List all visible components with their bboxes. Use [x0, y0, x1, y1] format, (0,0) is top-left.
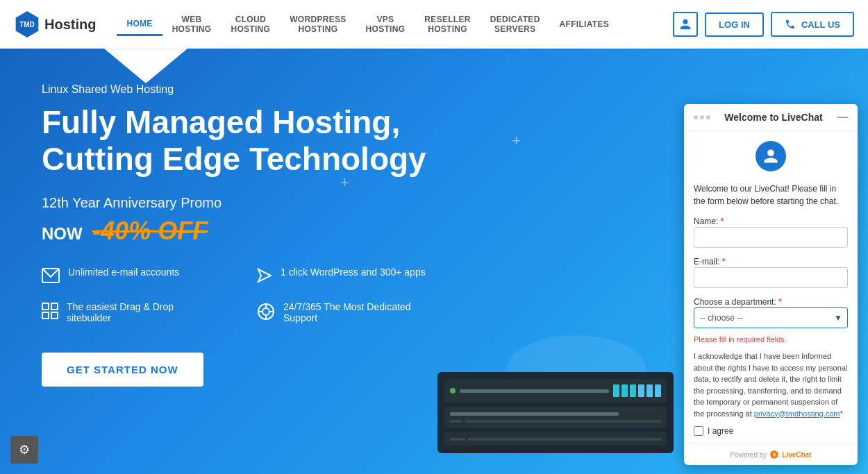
- nav-right: LOG IN CALL US: [673, 12, 854, 37]
- nav-affiliates[interactable]: AFFILIATES: [550, 14, 619, 35]
- livechat-header: Welcome to LiveChat —: [684, 104, 858, 131]
- department-label: Choose a department: *: [694, 297, 782, 307]
- arrow-icon: [257, 268, 272, 287]
- department-field-group: Choose a department: * -- choose -- Sale…: [694, 295, 848, 328]
- gear-button[interactable]: ⚙: [10, 436, 38, 464]
- feature-email: Unlimited e-mail accounts: [42, 266, 215, 287]
- svg-rect-4: [42, 312, 49, 319]
- svg-point-7: [262, 308, 269, 315]
- livechat-title: Welcome to LiveChat: [724, 112, 822, 123]
- email-required: *: [722, 257, 726, 266]
- nav-dedicated-servers[interactable]: DEDICATEDSERVERS: [481, 9, 550, 40]
- nav-wordpress-hosting[interactable]: WORDPRESSHOSTING: [280, 9, 356, 40]
- name-label: Name: *: [694, 217, 724, 226]
- grid-icon: [42, 303, 58, 323]
- livechat-footer: Powered by LiveChat: [684, 443, 858, 465]
- feature-wordpress: 1 click WordPress and 300+ apps: [257, 266, 431, 287]
- svg-rect-5: [51, 312, 58, 319]
- user-icon[interactable]: [673, 12, 698, 37]
- nav-home[interactable]: HOME: [117, 13, 162, 36]
- logo[interactable]: TMD Hosting: [14, 11, 96, 37]
- livechat-widget: Welcome to LiveChat — Welcome to our Liv…: [684, 104, 858, 465]
- call-button[interactable]: CALL US: [771, 12, 854, 37]
- features-grid: Unlimited e-mail accounts 1 click WordPr…: [42, 266, 431, 325]
- livechat-welcome-text: Welcome to our LiveChat! Please fill in …: [694, 183, 848, 208]
- email-field-group: E-mail: *: [694, 255, 848, 288]
- email-label: E-mail: *: [694, 257, 725, 266]
- agree-checkbox[interactable]: [694, 426, 703, 436]
- now-label: NOW: [42, 224, 83, 243]
- agree-row: I agree: [694, 426, 848, 436]
- navbar: TMD Hosting HOME WEBHOSTING CLOUDHOSTING…: [0, 0, 868, 49]
- name-input[interactable]: [694, 227, 848, 248]
- support-icon: [257, 303, 275, 325]
- dot-2: [700, 115, 704, 119]
- email-input[interactable]: [694, 267, 848, 288]
- email-icon: [42, 268, 60, 287]
- nav-cloud-hosting[interactable]: CLOUDHOSTING: [221, 9, 280, 40]
- hero-title: Fully Managed Hosting, Cutting Edge Tech…: [42, 104, 458, 178]
- plus-decoration-1: +: [340, 173, 349, 192]
- livechat-logo-icon: [769, 450, 779, 459]
- error-message: Please fill in required fields.: [694, 335, 848, 344]
- nav-links: HOME WEBHOSTING CLOUDHOSTING WORDPRESSHO…: [117, 9, 673, 40]
- livechat-minimize-button[interactable]: —: [837, 111, 848, 124]
- consent-email-link[interactable]: privacy@tmdhosting.com: [754, 409, 840, 418]
- department-select-wrap: -- choose -- Sales Support Billing ▼: [694, 307, 848, 328]
- login-button[interactable]: LOG IN: [705, 12, 764, 37]
- dot-3: [706, 115, 710, 119]
- consent-text: I acknowledge that I have been informed …: [694, 350, 848, 419]
- powered-by-label: Powered by: [730, 451, 767, 459]
- name-field-group: Name: *: [694, 214, 848, 248]
- name-required: *: [721, 217, 724, 226]
- discount-text: -40% OFF: [92, 217, 208, 245]
- hero-subtitle: Linux Shared Web Hosting: [42, 83, 826, 96]
- department-required: *: [778, 297, 782, 307]
- logo-text: Hosting: [44, 17, 96, 33]
- dot-1: [694, 115, 698, 119]
- triangle-decoration: [104, 49, 187, 83]
- get-started-button[interactable]: GET STARTED NOW: [42, 353, 203, 387]
- nav-web-hosting[interactable]: WEBHOSTING: [162, 9, 222, 40]
- livechat-avatar: [756, 141, 786, 171]
- server-illustration: [437, 372, 674, 453]
- livechat-avatar-area: [694, 141, 848, 176]
- plus-decoration-2: +: [512, 132, 521, 150]
- gear-icon: ⚙: [19, 442, 30, 457]
- svg-marker-1: [258, 269, 271, 282]
- nav-reseller-hosting[interactable]: RESELLERHOSTING: [415, 9, 480, 40]
- livechat-brand: LiveChat: [782, 451, 811, 459]
- feature-support: 24/7/365 The Most Dedicated Support: [257, 301, 431, 325]
- livechat-body: Welcome to our LiveChat! Please fill in …: [684, 131, 858, 443]
- phone-icon: [785, 19, 796, 30]
- feature-sitebuilder: The easiest Drag & Drop sitebuilder: [42, 301, 215, 325]
- agree-label: I agree: [708, 426, 733, 436]
- svg-rect-3: [51, 303, 58, 310]
- svg-rect-2: [42, 303, 49, 310]
- livechat-dots: [694, 115, 710, 119]
- department-select[interactable]: -- choose -- Sales Support Billing: [694, 307, 848, 328]
- nav-vps-hosting[interactable]: VPSHOSTING: [356, 9, 415, 40]
- logo-hex: TMD: [14, 11, 40, 37]
